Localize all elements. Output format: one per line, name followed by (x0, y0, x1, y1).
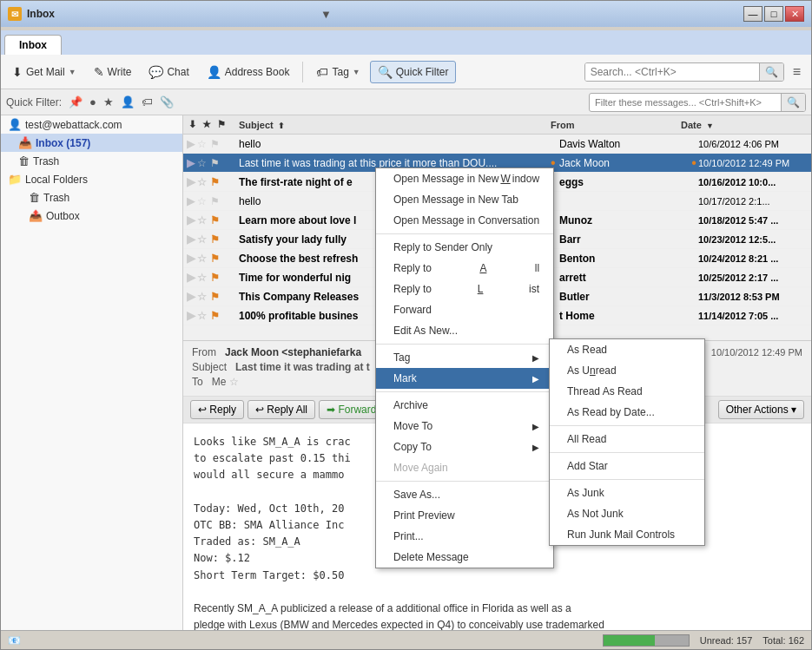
trash-icon: 🗑 (18, 154, 30, 167)
context-delete-message[interactable]: Delete Message (376, 547, 553, 568)
filter-keep-icon[interactable]: 📌 (69, 95, 83, 108)
flag-icon[interactable]: ⚑ (210, 157, 220, 169)
row-check: ▶ ☆ ⚑ (183, 309, 235, 322)
flag-icon[interactable]: ⚑ (210, 310, 220, 322)
star-icon[interactable]: ☆ (197, 176, 207, 188)
outbox-label: Outbox (46, 210, 80, 222)
quick-filter-button[interactable]: 🔍 Quick Filter (370, 61, 457, 83)
context-edit-as-new[interactable]: Edit As New... (376, 320, 553, 341)
context-forward[interactable]: Forward (376, 299, 553, 320)
sort-icon: ⬇ (188, 119, 196, 129)
chat-label: Chat (167, 66, 188, 78)
move-to-arrow: ▶ (532, 422, 539, 431)
header-subject[interactable]: Subject ⬆ (235, 120, 542, 130)
app-menu-button[interactable]: ≡ (786, 61, 808, 83)
context-reply-all[interactable]: Reply to All (376, 258, 553, 279)
sidebar-item-trash[interactable]: 🗑 Trash (1, 152, 182, 170)
filter-unread-icon[interactable]: ● (89, 95, 96, 108)
context-save-as[interactable]: Save As... (376, 484, 553, 505)
sidebar-item-inbox[interactable]: 📥 Inbox (157) (1, 134, 182, 152)
context-copy-to[interactable]: Copy To ▶ (376, 437, 553, 457)
filter-bar: Quick Filter: 📌 ● ★ 👤 🏷 📎 🔍 (1, 89, 811, 115)
mark-as-read-by-date[interactable]: As Read by Date... (550, 402, 704, 423)
app-icon: ✉ (8, 7, 22, 21)
mark-as-junk[interactable]: As Junk (550, 483, 704, 503)
star-icon[interactable]: ☆ (197, 157, 207, 169)
sidebar-item-trash2[interactable]: 🗑 Trash (1, 188, 182, 207)
filter-search-input[interactable] (590, 95, 781, 109)
filter-attach-icon[interactable]: 📎 (160, 95, 174, 108)
status-bar: 📧 Unread: 157 Total: 162 (1, 630, 811, 649)
flag-icon[interactable]: ⚑ (210, 291, 220, 303)
reply-button[interactable]: ↩ Reply (190, 400, 244, 419)
header-date[interactable]: Date ▼ (681, 120, 794, 130)
flag-icon[interactable]: ⚑ (210, 233, 220, 246)
local-folders-label: Local Folders (25, 174, 88, 186)
mark-submenu-arrow: ▶ (532, 374, 539, 384)
search-button[interactable]: 🔍 (759, 63, 783, 81)
context-reply-list[interactable]: Reply to List (376, 279, 553, 299)
chat-button[interactable]: 💬 Chat (141, 61, 196, 83)
inbox-icon: 📥 (18, 136, 32, 149)
from-label: From (192, 346, 216, 358)
filter-contact-icon[interactable]: 👤 (121, 95, 135, 108)
star-icon[interactable]: ☆ (197, 272, 207, 284)
search-input[interactable] (585, 63, 759, 81)
title-bar: ✉ Inbox ▼ — □ ✕ (1, 1, 811, 27)
flag-icon[interactable]: ⚑ (210, 176, 220, 188)
star-icon[interactable]: ☆ (197, 195, 207, 207)
context-archive[interactable]: Archive (376, 395, 553, 416)
mark-thread-as-read[interactable]: Thread As Read (550, 381, 704, 402)
mark-as-read[interactable]: As Read (550, 339, 704, 360)
flag-icon[interactable]: ⚑ (210, 195, 220, 207)
maximize-button[interactable]: □ (764, 6, 783, 22)
context-mark[interactable]: Mark ▶ (376, 368, 553, 389)
address-book-button[interactable]: 👤 Address Book (199, 61, 298, 83)
filter-search-button[interactable]: 🔍 (781, 94, 805, 111)
mark-run-junk-controls[interactable]: Run Junk Mail Controls (550, 524, 704, 545)
to-star[interactable]: ☆ (229, 376, 239, 388)
star-icon[interactable]: ☆ (197, 291, 207, 303)
quick-filter-label: Quick Filter: (6, 96, 62, 108)
quick-filter-icon: 🔍 (378, 65, 393, 79)
write-button[interactable]: ✎ Write (86, 61, 140, 83)
filter-star-icon[interactable]: ★ (103, 95, 114, 108)
mark-all-read[interactable]: All Read (550, 429, 704, 450)
thread-icon: ▶ (187, 156, 195, 169)
context-open-new-tab[interactable]: Open Message in New Tab (376, 189, 553, 210)
dropdown-arrow[interactable]: ▼ (320, 8, 332, 21)
context-open-conversation[interactable]: Open Message in Conversation (376, 210, 553, 231)
context-reply-sender[interactable]: Reply to Sender Only (376, 237, 553, 258)
context-open-new-window[interactable]: Open Message in New Window (376, 168, 553, 189)
flag-icon[interactable]: ⚑ (210, 272, 220, 284)
header-from[interactable]: From (551, 120, 681, 130)
star-icon[interactable]: ☆ (197, 253, 207, 265)
get-mail-button[interactable]: ⬇ Get Mail ▼ (4, 61, 84, 83)
context-tag[interactable]: Tag ▶ (376, 347, 553, 368)
sidebar-item-outbox[interactable]: 📤 Outbox (1, 207, 182, 225)
flag-icon[interactable]: ⚑ (210, 214, 220, 227)
flag-icon[interactable]: ⚑ (210, 253, 220, 265)
email-row[interactable]: ▶ ☆ ⚑ hello Davis Walton 10/6/2012 4:06 … (183, 135, 811, 154)
mark-add-star[interactable]: Add Star (550, 456, 704, 476)
tab-inbox[interactable]: Inbox (4, 35, 62, 55)
context-move-to[interactable]: Move To ▶ (376, 416, 553, 437)
tag-button[interactable]: 🏷 Tag ▼ (308, 61, 367, 83)
mark-as-not-junk[interactable]: As Not Junk (550, 503, 704, 524)
close-button[interactable]: ✕ (785, 6, 804, 22)
mark-as-unread[interactable]: As Unread (550, 360, 704, 381)
star-icon[interactable]: ☆ (197, 233, 207, 246)
context-print[interactable]: Print... (376, 526, 553, 547)
flag-icon[interactable]: ⚑ (210, 138, 220, 150)
star-icon[interactable]: ☆ (197, 310, 207, 322)
star-icon[interactable]: ☆ (197, 214, 207, 227)
context-print-preview[interactable]: Print Preview (376, 505, 553, 526)
sidebar-item-account[interactable]: 👤 test@webattack.com (1, 115, 182, 134)
other-actions-button[interactable]: Other Actions ▾ (718, 400, 804, 419)
star-icon[interactable]: ☆ (197, 138, 207, 150)
minimize-button[interactable]: — (743, 6, 762, 22)
filter-tag-icon[interactable]: 🏷 (142, 95, 153, 108)
reply-all-button[interactable]: ↩ Reply All (248, 400, 315, 419)
row-date: 10/16/2012 10:0... (698, 177, 811, 187)
sidebar-item-local-folders[interactable]: 📁 Local Folders (1, 170, 182, 188)
